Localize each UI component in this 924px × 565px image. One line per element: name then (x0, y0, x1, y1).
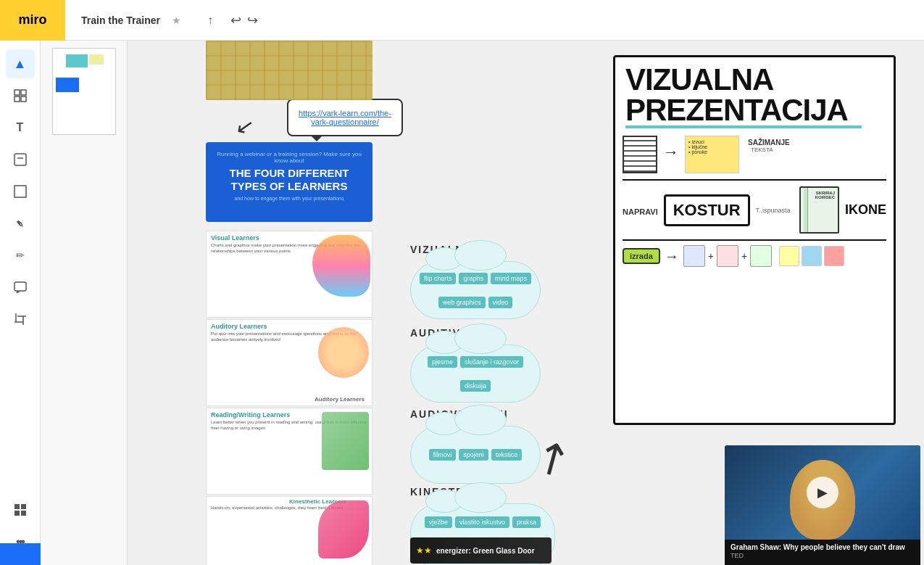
sazimanje-labels: SAŽIMANJE TEKSTA (748, 136, 790, 153)
auditivni-tag-2: slušanje i razgovor (460, 356, 523, 368)
izrada-section: izrada → + + (615, 242, 894, 270)
reading-illustration (322, 412, 369, 470)
svg-rect-1 (21, 90, 26, 95)
kljucne-label: • ključne (688, 144, 736, 149)
frames-tool[interactable] (6, 81, 35, 110)
svg-rect-12 (14, 504, 20, 509)
section-divider-2 (623, 239, 886, 241)
svg-rect-7 (14, 282, 26, 291)
energizer-text: energizer: Green Glass Door (436, 547, 535, 555)
star-rating-icon: ★★ (416, 545, 432, 556)
audiovizualni-cloud: filmovi spojeni tekstice (410, 426, 541, 484)
auditivni-tag-3: diskuija (460, 380, 491, 392)
napravi-label: NAPRAVI (623, 207, 658, 216)
izrada-extra-cards (779, 246, 844, 266)
star-icon[interactable]: ★ (172, 15, 181, 26)
kinesthetic-learners-section: Kinesthetic Learners Hands-on, experient… (206, 496, 372, 565)
play-button[interactable]: ▶ (807, 477, 838, 508)
kinesteti-tag-2: vlastito iskustvo (455, 516, 509, 528)
undo-button[interactable]: ↩ (230, 12, 241, 28)
auditory-learners-section: Auditory Learners Put quiz into your pre… (206, 319, 372, 406)
vizualni-cloud: flip charts graphs mind maps web graphic… (410, 261, 541, 319)
redo-button[interactable]: ↪ (247, 12, 258, 28)
video-channel: TED (731, 552, 915, 559)
thumb-yellow (89, 54, 104, 65)
tab-area: Train the Trainer ★ ↑ ↩ ↪ (65, 0, 267, 40)
apps-tool[interactable] (6, 495, 35, 524)
svg-rect-0 (14, 90, 20, 95)
thumbnail-panel (41, 41, 128, 565)
shape-tool[interactable] (6, 177, 35, 206)
poruke-label: • poruke (688, 149, 736, 154)
svg-rect-6 (14, 186, 26, 197)
pencil-tool[interactable]: ✏ (6, 241, 35, 270)
svg-rect-3 (21, 96, 26, 102)
section-divider-1 (623, 179, 886, 181)
svg-rect-13 (21, 504, 26, 509)
mini-card-2 (717, 245, 738, 267)
extra-card-1 (779, 246, 799, 266)
extra-card-2 (802, 246, 822, 266)
left-sidebar: ▲ T ✒ ✏ ••• (0, 41, 41, 565)
sazimanje-label: SAŽIMANJE (748, 139, 790, 147)
tab-title[interactable]: Train the Trainer (74, 10, 167, 30)
auditory-sublabel: Auditory Learners (310, 393, 369, 403)
pen-tool[interactable]: ✒ (0, 203, 41, 244)
mini-cards-row: + + (683, 245, 772, 267)
audiovizualni-tag-3: tekstice (491, 449, 523, 461)
sazimanje-section: → • izvuci • ključne • poruke SAŽIMANJE … (615, 131, 894, 178)
share-button[interactable]: ↑ (196, 6, 225, 35)
video-thumbnail: ▶ (725, 445, 920, 540)
teksta-label: TEKSTA (751, 147, 790, 153)
notebook-icon: SKRIRAJKORISEC (799, 186, 839, 234)
t-ispunasta: T..ispunasta (756, 207, 791, 214)
comment-tool[interactable] (6, 273, 35, 302)
svg-rect-2 (14, 96, 20, 102)
vizualna-title: VIZUALNAPREZENTACIJA (615, 57, 894, 125)
plus-icon: + (708, 245, 714, 267)
svg-rect-15 (21, 511, 26, 516)
kinesthetic-illustration (318, 500, 369, 558)
blue-card-subtitle: Running a webinar or a training session?… (215, 151, 364, 164)
url-bubble: https://vark-learn.com/the-vark-question… (287, 99, 403, 136)
kinesteti-tag-1: vježbe (425, 516, 452, 528)
text-tool[interactable]: T (6, 113, 35, 142)
skciraj-label: SKRIRAJKORISEC (815, 191, 835, 199)
bottom-blue-tab (0, 543, 41, 565)
vizualni-tag-5: video (488, 297, 513, 308)
auditory-illustration (318, 327, 369, 378)
izvuci-label: • izvuci (688, 139, 736, 144)
miro-logo[interactable]: miro (0, 0, 65, 41)
vizualna-prezentacija-area: VIZUALNAPREZENTACIJA → • izvuci • ključn… (613, 55, 896, 425)
video-panel[interactable]: ▶ Graham Shaw: Why people believe they c… (725, 445, 920, 565)
vizualni-tag-2: graphs (459, 273, 488, 284)
notebook-spine (804, 188, 808, 232)
blue-card-undertitle: and how to engage them with your present… (215, 196, 364, 201)
audiovizualni-tag-1: filmovi (429, 449, 457, 461)
sticky-tool[interactable] (6, 145, 35, 174)
kostur-section: NAPRAVI KOSTUR T..ispunasta SKRIRAJKORIS… (615, 182, 894, 238)
vark-link[interactable]: https://vark-learn.com/the-vark-question… (299, 109, 391, 126)
energizer-bar[interactable]: ★★ energizer: Green Glass Door (410, 537, 552, 564)
vizualni-group: VIZUALNI flip charts graphs mind maps we… (410, 244, 541, 319)
audiovizualni-tag-2: spojeni (459, 449, 488, 461)
select-tool[interactable]: ▲ (6, 49, 35, 78)
auditivni-cloud: pjesme slušanje i razgovor diskuija (410, 345, 541, 403)
kinesteti-tag-3: praksa (512, 516, 541, 528)
arrow-right-icon: → (663, 143, 679, 162)
svg-rect-14 (14, 511, 20, 516)
kostur-row: NAPRAVI KOSTUR T..ispunasta SKRIRAJKORIS… (623, 186, 886, 234)
vizualni-tag-1: flip charts (420, 273, 457, 284)
top-image-strip (206, 41, 372, 100)
auditivni-group: AUDITIVNI pjesme slušanje i razgovor dis… (410, 327, 541, 403)
blue-learners-card: Running a webinar or a training session?… (206, 142, 372, 222)
thumbnail-preview (52, 48, 116, 135)
visual-learners-section: Visual Learners Charts and graphics make… (206, 231, 372, 318)
izrada-box: izrada (623, 248, 660, 264)
ikone-label: IKONE (845, 202, 886, 218)
canvas: ↙ https://vark-learn.com/the-vark-questi… (128, 41, 924, 565)
kostur-box: KOSTUR (664, 194, 750, 226)
arrow-down: ↙ (234, 112, 257, 140)
crop-tool[interactable] (6, 305, 35, 334)
auditivni-tag-1: pjesme (428, 356, 457, 368)
